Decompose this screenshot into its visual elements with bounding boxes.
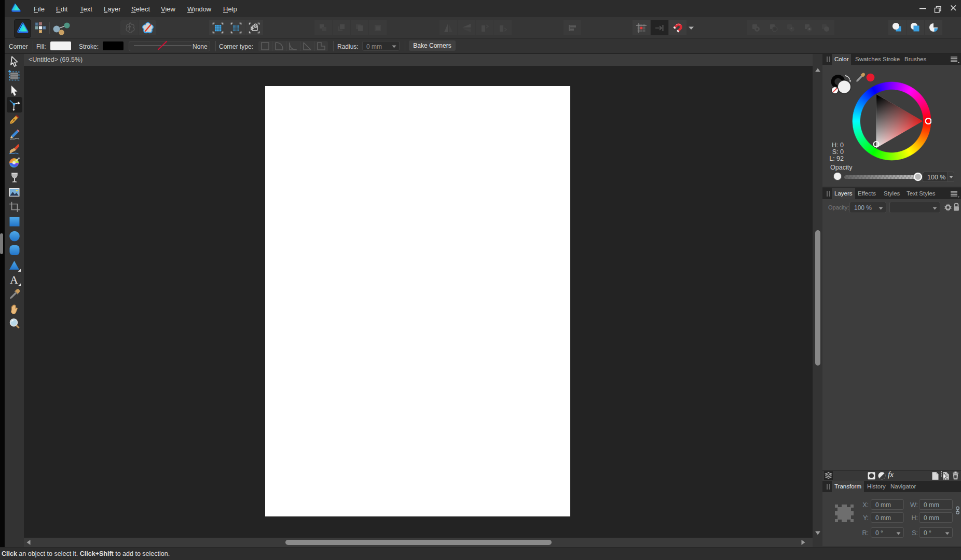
svg-text:A: A (10, 274, 18, 286)
